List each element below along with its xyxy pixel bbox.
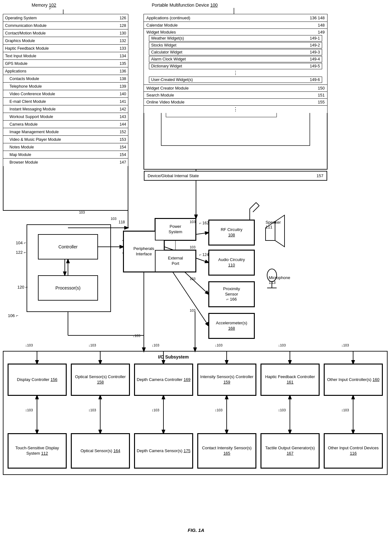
device-state-label: Device/Global Internal State bbox=[148, 173, 199, 178]
memory-row-email: E-mail Client Module 141 bbox=[3, 98, 128, 105]
contact-intensity-sensor-box: Contact Intensity Sensor(s) 165 bbox=[198, 433, 256, 468]
bus-103-top-2: ↓103 bbox=[89, 343, 96, 347]
memory-row-videoconf: Video Conference Module 140 bbox=[3, 90, 128, 98]
depth-camera-controller-box: Depth Camera Controller 169 bbox=[134, 364, 193, 396]
memory-row-workout: Workout Support Module 143 bbox=[3, 113, 128, 121]
microphone-label: Microphone113 bbox=[269, 275, 290, 285]
memory-row-text-input: Text Input Module 134 bbox=[3, 52, 128, 60]
memory-row-contacts: Contacts Module 138 bbox=[3, 75, 128, 83]
proximity-box: Proximity Sensor ⌐ 166 bbox=[209, 282, 254, 307]
calculator-widget-label: Calculator Widget bbox=[151, 50, 182, 54]
ref-104: 104 ⌐ bbox=[16, 240, 26, 245]
svg-line-64 bbox=[256, 203, 259, 206]
tactile-output-box: Tactile Output Generator(s) 167 bbox=[261, 433, 319, 468]
processor-box: Processor(s) bbox=[38, 275, 98, 301]
stocks-widget-label: Stocks Widget bbox=[151, 43, 176, 47]
pmd-box: Applications (continued) 136 148 Calenda… bbox=[144, 14, 327, 113]
other-controller-box: Other Input Controller(s) 160 bbox=[324, 364, 383, 396]
ref-120: 120 ⌐ bbox=[17, 285, 28, 290]
bus-103-down: ↓103 bbox=[133, 334, 140, 338]
online-video-label: Online Video Module bbox=[146, 100, 184, 104]
memory-row-notes: Notes Module 154 bbox=[3, 143, 128, 151]
accelerometer-box: Accelerometer(s) 168 bbox=[209, 313, 254, 339]
ref-106: 106 ⌐ bbox=[8, 313, 18, 318]
apps-continued-label: Applications (continued) bbox=[146, 16, 190, 20]
bus-103-top-1: ↓103 bbox=[25, 343, 33, 347]
search-module-label: Search Module bbox=[146, 93, 174, 97]
ref-124: ⌐ 124 bbox=[199, 252, 209, 257]
bus-103-top-3: ↓103 bbox=[152, 343, 159, 347]
alarm-widget-label: Alarm Clock Widget bbox=[151, 57, 186, 61]
bus-label-5: ↕103 bbox=[278, 408, 286, 412]
dictionary-widget-label: Dictionary Widget bbox=[151, 64, 182, 68]
pmd-label: Portable Multifunction Device 100 bbox=[152, 3, 218, 8]
svg-line-65 bbox=[253, 206, 259, 212]
bus-103-mem: 103 bbox=[79, 210, 85, 214]
user-widget-label: User-Created Widget(s) bbox=[151, 78, 193, 82]
memory-row-contact: Contact/Motion Module 130 bbox=[3, 29, 128, 37]
bus-label-1: ↕103 bbox=[25, 408, 33, 412]
ref-162: ⌐ 162 bbox=[199, 221, 209, 225]
bus-label-2: ↕103 bbox=[89, 408, 96, 412]
diagram-container: Memory 102 ⌐ Portable Multifunction Devi… bbox=[0, 0, 392, 536]
io-subsystem-label: I/O Subsystem bbox=[158, 354, 189, 359]
bus-103-top-4: ↓103 bbox=[215, 343, 223, 347]
optical-controller-box: Optical Sensor(s) Controller 158 bbox=[71, 364, 130, 396]
rf-box: RF Circuitry 108 bbox=[209, 220, 254, 245]
fig-caption: FIG. 1A bbox=[0, 527, 392, 533]
svg-line-63 bbox=[250, 203, 256, 209]
memory-row-haptic: Haptic Feedback Module 133 bbox=[3, 45, 128, 52]
bus-103-top-5: ↓103 bbox=[278, 343, 286, 347]
external-port-box: External Port bbox=[155, 250, 196, 272]
calendar-module-label: Calendar Module bbox=[146, 23, 178, 28]
optical-sensor-box: Optical Sensor(s) 164 bbox=[71, 433, 130, 468]
intensity-controller-box: Intensity Sensor(s) Controller 159 bbox=[198, 364, 256, 396]
memory-box: Operating System 126 Communication Modul… bbox=[3, 14, 128, 166]
bus-label-3: ↕103 bbox=[152, 408, 159, 412]
device-state-box: Device/Global Internal State 157 bbox=[144, 171, 327, 181]
bus-103-ctrl: 103 bbox=[111, 217, 116, 221]
haptic-controller-box: Haptic Feedback Controller 161 bbox=[261, 364, 319, 396]
memory-row-im: Instant Messaging Module 142 bbox=[3, 105, 128, 113]
memory-row-comm: Communication Module 128 bbox=[3, 22, 128, 29]
other-input-devices-box: Other Input Control Devices 116 bbox=[324, 433, 383, 468]
memory-row-camera: Camera Module 144 bbox=[3, 121, 128, 128]
memory-row-telephone: Telephone Module 139 bbox=[3, 83, 128, 90]
bus-label-6: ↕103 bbox=[341, 408, 349, 412]
memory-arrow-label: ⌐ bbox=[49, 6, 51, 11]
memory-row-image: Image Management Module 152 bbox=[3, 128, 128, 136]
touch-display-box: Touch-Sensitive Display System 112 bbox=[8, 433, 66, 468]
ref-122: 122 ⌐ bbox=[16, 250, 26, 255]
bus-103-top-6: ↓103 bbox=[341, 343, 349, 347]
memory-label: Memory 102 bbox=[32, 3, 56, 8]
bus-103-peri-acc: 103 bbox=[190, 309, 195, 312]
memory-row-video-music: Video & Music Player Module 153 bbox=[3, 136, 128, 143]
weather-widget-label: Weather Widget(s) bbox=[151, 36, 184, 41]
memory-row-os: Operating System 126 bbox=[3, 14, 128, 22]
memory-row-apps: Applications 136 bbox=[3, 67, 128, 75]
memory-row-browser: Browser Module 147 bbox=[3, 159, 128, 166]
memory-row-map: Map Module 154 bbox=[3, 151, 128, 159]
bus-103-peri-audio: 103 bbox=[190, 245, 195, 249]
audio-box: Audio Circuitry 110 bbox=[209, 250, 254, 275]
widget-creator-label: Widget Creator Module bbox=[146, 86, 189, 90]
display-controller-box: Display Controller 156 bbox=[8, 364, 66, 396]
bus-label-4: ↕103 bbox=[215, 408, 223, 412]
bus-103-peri-rf: 103 bbox=[190, 220, 195, 224]
ref-118: 118 bbox=[119, 220, 125, 224]
controller-box: Controller bbox=[38, 234, 98, 259]
speaker-label: Speaker111 bbox=[266, 220, 281, 229]
bus-103-peri-prox: 103 bbox=[190, 277, 195, 281]
widget-modules-label: Widget Modules bbox=[146, 30, 176, 34]
depth-camera-sensor-box: Depth Camera Sensor(s) 175 bbox=[134, 433, 193, 468]
memory-row-graphics: Graphics Module 132 bbox=[3, 37, 128, 45]
memory-row-gps: GPS Module 135 bbox=[3, 60, 128, 67]
